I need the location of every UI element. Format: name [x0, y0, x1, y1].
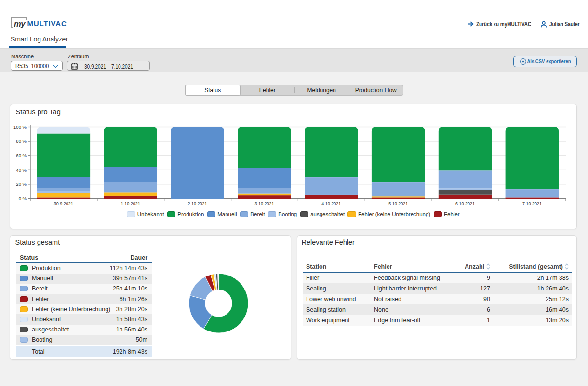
svg-text:80 %: 80 %	[16, 138, 27, 144]
svg-text:40 %: 40 %	[16, 167, 27, 173]
svg-text:100 %: 100 %	[13, 124, 27, 130]
svg-text:0 %: 0 %	[19, 196, 27, 201]
svg-text:60 %: 60 %	[16, 153, 27, 158]
svg-text:20 %: 20 %	[16, 181, 27, 187]
svg-text:1.10.2021: 1.10.2021	[121, 201, 140, 206]
svg-text:2.10.2021: 2.10.2021	[188, 201, 207, 206]
svg-text:7.10.2021: 7.10.2021	[522, 201, 542, 206]
svg-text:5.10.2021: 5.10.2021	[388, 201, 408, 206]
svg-text:30.9.2021: 30.9.2021	[54, 201, 73, 206]
svg-text:4.10.2021: 4.10.2021	[321, 201, 341, 206]
svg-text:6.10.2021: 6.10.2021	[455, 201, 475, 206]
svg-text:3.10.2021: 3.10.2021	[254, 201, 274, 206]
